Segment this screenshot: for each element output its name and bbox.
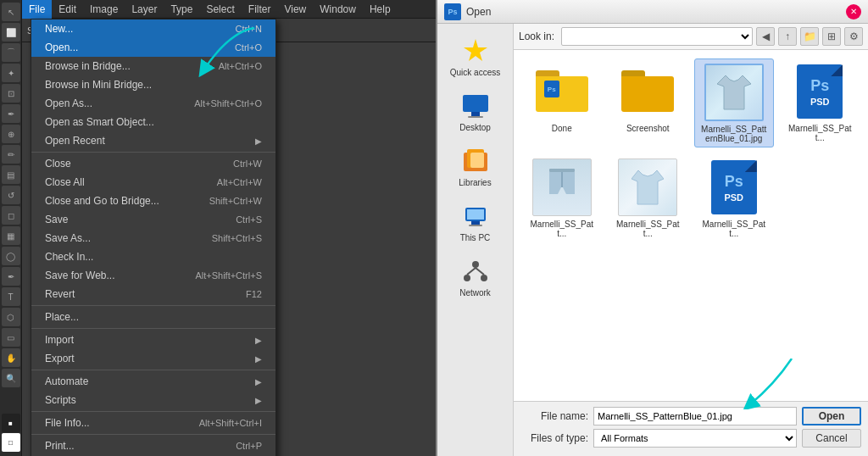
file-item-shirt2[interactable]: Marnelli_SS_Patt... [609,154,688,242]
psd1-label: Marnelli_SS_Patt... [786,124,854,142]
tool-dodge[interactable]: ◯ [2,247,20,265]
menu-type[interactable]: Type [164,0,199,19]
tool-eraser[interactable]: ◻ [2,206,20,225]
menu-edit[interactable]: Edit [52,0,83,19]
tool-select[interactable]: ⬜ [2,23,20,42]
nav-desktop[interactable]: Desktop [442,86,509,137]
tool-move[interactable]: ↖ [2,3,20,21]
menu-new[interactable]: New... Ctrl+N [31,19,275,38]
menu-revert[interactable]: Revert F12 [31,285,275,303]
menu-export[interactable]: Export ▶ [31,349,275,368]
file-item-psd1[interactable]: Ps PSD Marnelli_SS_Patt... [781,58,860,147]
screenshot-thumb [618,62,677,121]
file-name-input[interactable] [593,407,797,425]
tool-heal[interactable]: ⊕ [2,125,20,143]
file-item-marnelli1[interactable]: Marnelli_SS_PatternBlue_01.jpg [694,58,774,147]
menu-view[interactable]: View [277,0,313,19]
cancel-button[interactable]: Cancel [802,429,861,448]
network-icon [460,256,491,286]
tool-path[interactable]: ⬡ [2,308,20,326]
color-bg[interactable]: □ [2,433,20,452]
tool-gradient[interactable]: ▦ [2,226,20,245]
psd1-icon: Ps PSD [797,64,843,119]
menu-layer[interactable]: Layer [125,0,164,19]
nav-quick-access[interactable]: Quick access [442,31,509,82]
menu-window[interactable]: Window [313,0,363,19]
shorts-label: Marnelli_SS_Patt... [528,220,596,238]
menu-import[interactable]: Import ▶ [31,331,275,349]
dialog-titlebar: Ps Open ✕ [437,0,868,24]
quick-access-label: Quick access [450,68,500,77]
tool-lasso[interactable]: ⌒ [2,43,20,62]
menu-open-as[interactable]: Open As... Alt+Shift+Ctrl+O [31,94,275,113]
menu-help[interactable]: Help [363,0,398,19]
menu-filter[interactable]: Filter [242,0,278,19]
menu-open[interactable]: Open... Ctrl+O [31,38,275,57]
svg-point-11 [472,261,479,268]
svg-rect-1 [463,95,488,112]
svg-rect-16 [549,169,575,172]
this-pc-icon [460,201,491,231]
view-toggle-button[interactable]: ⊞ [822,27,841,46]
nav-back-button[interactable]: ◀ [756,27,775,46]
open-button[interactable]: Open [802,407,861,425]
menu-save-web[interactable]: Save for Web... Alt+Shift+Ctrl+S [31,266,275,285]
menu-place[interactable]: Place... [31,308,275,326]
menu-close-bridge[interactable]: Close and Go to Bridge... Shift+Ctrl+W [31,192,275,210]
nav-libraries[interactable]: Libraries [442,141,509,192]
menu-smart-object[interactable]: Open as Smart Object... [31,113,275,131]
tool-wand[interactable]: ✦ [2,64,20,82]
tool-hand[interactable]: ✋ [2,348,20,367]
tool-clone[interactable]: ▤ [2,165,20,184]
quick-access-icon [460,36,491,66]
menu-save[interactable]: Save Ctrl+S [31,210,275,229]
look-in-select[interactable] [561,27,753,46]
file-item-done[interactable]: Ps Done [522,58,602,147]
look-in-label: Look in: [519,31,554,42]
menu-save-as[interactable]: Save As... Shift+Ctrl+S [31,229,275,247]
file-dropdown-menu: New... Ctrl+N Open... Ctrl+O Browse in B… [31,19,276,456]
menu-mini-bridge[interactable]: Browse in Mini Bridge... [31,75,275,94]
file-type-row: Files of type: All Formats Cancel [520,429,861,448]
tool-brush[interactable]: ✏ [2,145,20,164]
menu-open-recent[interactable]: Open Recent ▶ [31,131,275,150]
tool-pen[interactable]: ✒ [2,267,20,286]
menu-select[interactable]: Select [199,0,241,19]
menu-file[interactable]: File [22,0,52,19]
file-type-label: Files of type: [520,432,588,444]
photoshop-workspace: Ps File Edit Image Layer Type Select Fil… [0,0,868,456]
menu-file-info[interactable]: File Info... Alt+Shift+Ctrl+I [31,414,275,432]
tool-crop[interactable]: ⊡ [2,84,20,103]
network-label: Network [459,288,491,298]
menu-image[interactable]: Image [83,0,125,19]
tool-zoom[interactable]: 🔍 [2,369,20,387]
create-folder-button[interactable]: 📁 [800,27,819,46]
tool-eyedrop[interactable]: ✒ [2,104,20,123]
annotation-arrow-open-btn [732,359,800,409]
file-item-shorts[interactable]: Marnelli_SS_Patt... [522,154,602,242]
menu-automate[interactable]: Automate ▶ [31,372,275,391]
menu-print[interactable]: Print... Ctrl+P [31,437,275,455]
menu-bridge[interactable]: Browse in Bridge... Alt+Ctrl+O [31,57,275,75]
folder-options-button[interactable]: ⚙ [844,27,863,46]
menu-scripts[interactable]: Scripts ▶ [31,391,275,409]
menu-close[interactable]: Close Ctrl+W [31,154,275,173]
shirt2-label: Marnelli_SS_Patt... [614,220,682,238]
nav-network[interactable]: Network [442,251,509,303]
nav-this-pc[interactable]: This PC [442,196,509,247]
separator-5 [31,411,275,412]
file-item-psd2[interactable]: Ps PSD Marnelli_SS_Patt... [694,154,774,242]
dialog-close-button[interactable]: ✕ [846,4,861,19]
menu-close-all[interactable]: Close All Alt+Ctrl+W [31,173,275,192]
nav-up-button[interactable]: ↑ [778,27,797,46]
color-fg[interactable]: ■ [2,414,20,432]
tool-shape[interactable]: ▭ [2,328,20,347]
file-type-select[interactable]: All Formats [593,429,797,448]
file-item-screenshot[interactable]: Screenshot [609,58,688,147]
tool-history[interactable]: ↺ [2,186,20,204]
desktop-icon [460,91,491,121]
svg-point-12 [464,275,470,281]
tool-type[interactable]: T [2,287,20,306]
menu-check-in[interactable]: Check In... [31,247,275,266]
psd2-label: Marnelli_SS_Patt... [700,220,768,238]
